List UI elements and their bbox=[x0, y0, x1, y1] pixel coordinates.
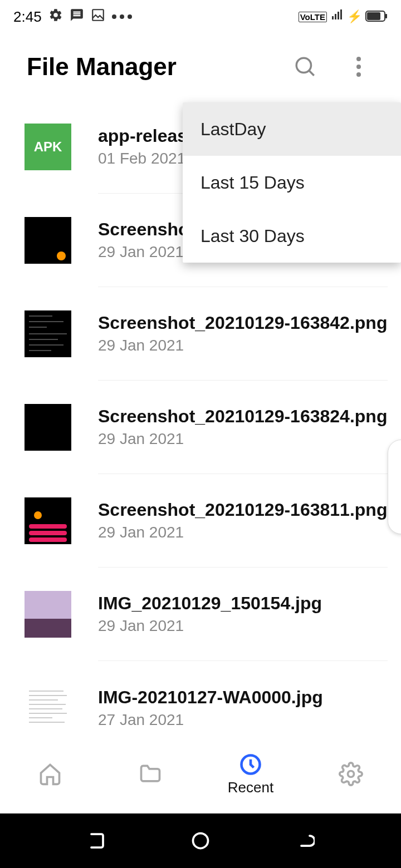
file-thumbnail bbox=[25, 404, 71, 451]
settings-icon bbox=[48, 8, 63, 26]
recents-icon bbox=[86, 831, 106, 851]
scroll-handle[interactable] bbox=[388, 440, 401, 534]
app-actions bbox=[292, 53, 388, 80]
file-row[interactable]: IMG-20210127-WA0000.jpg 27 Jan 2021 bbox=[0, 661, 401, 734]
file-thumbnail bbox=[25, 591, 71, 638]
gear-icon bbox=[339, 762, 363, 786]
filter-last-day[interactable]: LastDay bbox=[183, 102, 401, 156]
search-button[interactable] bbox=[292, 53, 319, 80]
message-icon bbox=[70, 8, 84, 26]
file-name: Screenshot_20210129-163842.png bbox=[98, 313, 388, 333]
file-date: 29 Jan 2021 bbox=[98, 617, 388, 635]
bottom-tabs: Recent bbox=[0, 734, 401, 813]
tab-home[interactable] bbox=[0, 734, 100, 813]
svg-point-29 bbox=[193, 834, 208, 849]
page-title: File Manager bbox=[13, 53, 177, 81]
nav-home[interactable] bbox=[187, 827, 214, 854]
file-thumbnail bbox=[25, 684, 71, 731]
filter-last-15-days[interactable]: Last 15 Days bbox=[183, 156, 401, 209]
file-date: 29 Jan 2021 bbox=[98, 524, 388, 541]
file-thumbnail bbox=[25, 497, 71, 544]
file-date: 27 Jan 2021 bbox=[98, 711, 388, 729]
tab-folders[interactable] bbox=[100, 734, 200, 813]
svg-rect-2 bbox=[367, 12, 380, 20]
file-row[interactable]: Screenshot_20210129-163824.png 29 Jan 20… bbox=[0, 381, 401, 474]
volte-icon: VoLTE bbox=[299, 12, 327, 22]
nav-back[interactable] bbox=[291, 827, 318, 854]
file-thumbnail bbox=[25, 310, 71, 357]
status-right: VoLTE ⚡ bbox=[299, 8, 388, 26]
nav-recents[interactable] bbox=[83, 827, 110, 854]
svg-point-7 bbox=[356, 72, 361, 77]
system-nav-bar bbox=[0, 813, 401, 868]
svg-rect-0 bbox=[92, 9, 104, 21]
file-row[interactable]: Screenshot_20210129-163811.png 29 Jan 20… bbox=[0, 474, 401, 568]
back-icon bbox=[295, 831, 315, 851]
file-row[interactable]: IMG_20210129_150154.jpg 29 Jan 2021 bbox=[0, 568, 401, 661]
file-row[interactable]: Screenshot_20210129-163842.png 29 Jan 20… bbox=[0, 287, 401, 381]
battery-icon bbox=[365, 8, 388, 26]
svg-rect-17 bbox=[29, 531, 67, 535]
status-bar: 2:45 VoLTE ⚡ bbox=[0, 0, 401, 33]
photo-icon bbox=[91, 8, 105, 26]
filter-menu: LastDay Last 15 Days Last 30 Days bbox=[183, 102, 401, 263]
file-meta: IMG-20210127-WA0000.jpg 27 Jan 2021 bbox=[98, 661, 388, 734]
clock-icon bbox=[238, 752, 263, 777]
file-name: IMG-20210127-WA0000.jpg bbox=[98, 687, 388, 708]
file-date: 29 Jan 2021 bbox=[98, 430, 388, 448]
search-icon bbox=[294, 55, 317, 78]
more-vert-icon bbox=[356, 57, 361, 77]
file-name: IMG_20210129_150154.jpg bbox=[98, 593, 388, 614]
file-meta: Screenshot_20210129-163811.png 29 Jan 20… bbox=[98, 474, 388, 568]
folder-icon bbox=[138, 762, 163, 786]
file-meta: Screenshot_20210129-163842.png 29 Jan 20… bbox=[98, 287, 388, 381]
file-meta: Screenshot_20210129-163824.png 29 Jan 20… bbox=[98, 381, 388, 474]
svg-point-28 bbox=[348, 771, 354, 777]
file-date: 29 Jan 2021 bbox=[98, 337, 388, 354]
file-name: Screenshot_20210129-163824.png bbox=[98, 406, 388, 427]
svg-point-15 bbox=[34, 511, 42, 519]
tab-settings[interactable] bbox=[301, 734, 401, 813]
signal-icon bbox=[330, 8, 344, 26]
tab-recent[interactable]: Recent bbox=[200, 734, 301, 813]
filter-last-30-days[interactable]: Last 30 Days bbox=[183, 209, 401, 263]
status-time: 2:45 bbox=[13, 8, 42, 26]
svg-rect-18 bbox=[29, 537, 67, 542]
tab-label: Recent bbox=[228, 779, 273, 796]
app-bar: File Manager bbox=[0, 33, 401, 100]
svg-rect-3 bbox=[385, 14, 387, 18]
file-name: Screenshot_20210129-163811.png bbox=[98, 500, 388, 520]
file-meta: IMG_20210129_150154.jpg 29 Jan 2021 bbox=[98, 568, 388, 661]
file-thumbnail bbox=[25, 217, 71, 264]
circle-icon bbox=[190, 831, 211, 851]
status-left: 2:45 bbox=[13, 8, 132, 26]
home-icon bbox=[38, 762, 62, 786]
overflow-menu-button[interactable] bbox=[345, 53, 372, 80]
more-notifications-icon bbox=[112, 14, 132, 19]
svg-point-6 bbox=[356, 65, 361, 69]
svg-rect-16 bbox=[29, 524, 67, 529]
charging-icon: ⚡ bbox=[347, 9, 362, 24]
svg-point-5 bbox=[356, 57, 361, 61]
file-thumbnail-apk: APK bbox=[25, 124, 71, 170]
svg-point-4 bbox=[296, 58, 311, 72]
